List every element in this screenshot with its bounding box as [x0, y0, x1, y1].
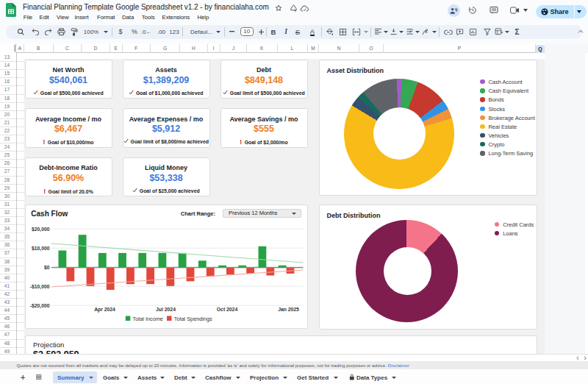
- svg-text:Total Income: Total Income: [132, 315, 162, 321]
- svg-text:Jan 2025: Jan 2025: [278, 306, 299, 311]
- svg-text:$20,000: $20,000: [31, 226, 49, 232]
- svg-text:Apr 2024: Apr 2024: [94, 306, 115, 312]
- svg-text:$10,000: $10,000: [31, 245, 49, 251]
- svg-text:A: A: [425, 29, 428, 34]
- svg-text:Total Spendings: Total Spendings: [173, 315, 212, 321]
- svg-text:-$10,000: -$10,000: [29, 283, 49, 289]
- svg-text:$0: $0: [43, 264, 49, 270]
- svg-text:Oct 2024: Oct 2024: [216, 306, 237, 311]
- svg-text:-$20,000: -$20,000: [29, 302, 49, 308]
- svg-text:Jul 2024: Jul 2024: [156, 306, 176, 311]
